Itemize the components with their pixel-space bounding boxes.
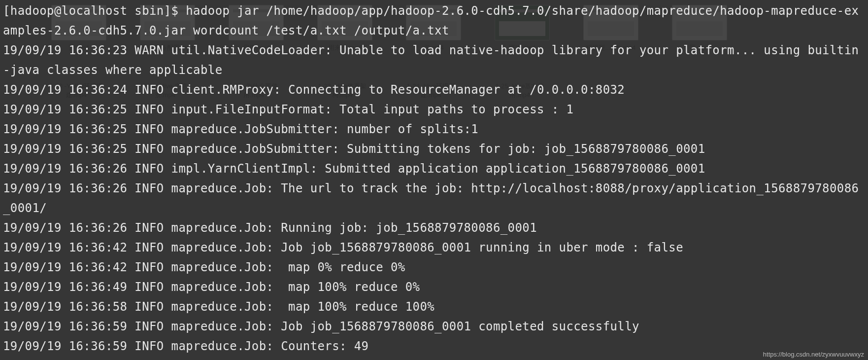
log-line: 19/09/19 16:36:59 INFO mapreduce.Job: Co… [3, 339, 368, 353]
log-line: 19/09/19 16:36:23 WARN util.NativeCodeLo… [3, 43, 859, 77]
log-line: 19/09/19 16:36:59 INFO mapreduce.Job: Jo… [3, 320, 639, 333]
terminal-window[interactable]: [hadoop@localhost sbin]$ hadoop jar /hom… [0, 0, 868, 360]
log-line: 19/09/19 16:36:26 INFO impl.YarnClientIm… [3, 162, 705, 176]
log-line: 19/09/19 16:36:26 INFO mapreduce.Job: Ru… [3, 221, 537, 235]
log-line: 19/09/19 16:36:25 INFO mapreduce.JobSubm… [3, 122, 478, 136]
log-line: 19/09/19 16:36:26 INFO mapreduce.Job: Th… [3, 181, 859, 215]
log-line: 19/09/19 16:36:42 INFO mapreduce.Job: ma… [3, 260, 405, 274]
log-line: 19/09/19 16:36:58 INFO mapreduce.Job: ma… [3, 300, 434, 314]
log-line: 19/09/19 16:36:25 INFO input.FileInputFo… [3, 103, 573, 116]
watermark: https://blog.csdn.net/zyxwvuuvwxyz [763, 351, 864, 358]
log-line: 19/09/19 16:36:49 INFO mapreduce.Job: ma… [3, 280, 420, 294]
log-line: 19/09/19 16:36:24 INFO client.RMProxy: C… [3, 83, 625, 97]
log-line: 19/09/19 16:36:25 INFO mapreduce.JobSubm… [3, 142, 705, 156]
log-line: 19/09/19 16:36:42 INFO mapreduce.Job: Jo… [3, 241, 683, 254]
shell-prompt: [hadoop@localhost sbin]$ [3, 4, 186, 18]
